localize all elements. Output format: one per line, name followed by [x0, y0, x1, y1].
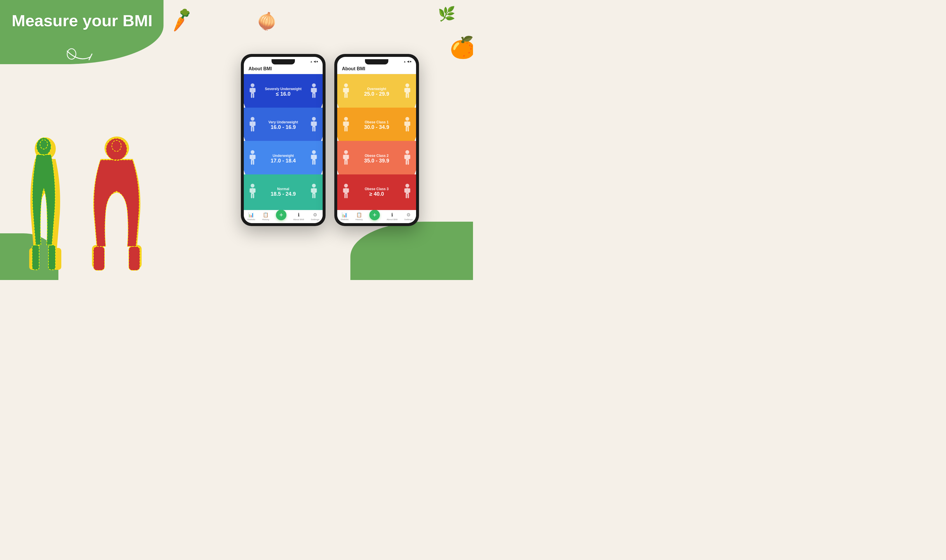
nav-item-about-bmi[interactable]: ℹ About BMI: [387, 212, 397, 221]
phone2-card-range-overweight: 25.0 - 29.9: [364, 91, 389, 97]
svg-rect-20: [129, 246, 140, 270]
right-section: 🥕 🧅 🌿 🍊 10:1 ▲◀■ About BMI: [187, 0, 473, 280]
svg-rect-84: [407, 93, 409, 98]
phone1-bmi-list: Severely Underweight ≤ 16.0 Very Underwe…: [244, 74, 323, 210]
nav-icon-4: ⚙: [313, 212, 317, 218]
phone1-card-content-severely-underweight: Severely Underweight ≤ 16.0: [257, 87, 310, 97]
phone2-card-range-obese1: 30.0 - 34.9: [364, 124, 389, 130]
nav-icon-3: ℹ: [298, 212, 299, 218]
red-heavy-front: [91, 134, 142, 274]
svg-rect-83: [406, 93, 407, 98]
svg-rect-8: [48, 245, 56, 270]
svg-rect-96: [407, 126, 409, 132]
svg-rect-71: [312, 193, 313, 198]
phone2-card-label-overweight: Overweight: [367, 87, 386, 91]
svg-rect-82: [409, 88, 410, 92]
nav-label-0: Statistic: [340, 218, 349, 221]
svg-rect-101: [344, 160, 346, 165]
phone2-card-label-obese2: Obese Class 2: [365, 154, 389, 158]
content-wrapper: Measure your BMI: [0, 0, 473, 280]
svg-rect-119: [406, 193, 407, 198]
svg-rect-34: [315, 88, 317, 92]
nav-item-statistic[interactable]: 📊 Statistic: [340, 212, 349, 221]
svg-rect-78: [346, 93, 348, 98]
svg-rect-30: [253, 93, 254, 98]
phone2-card-content-obese1: Obese Class 1 30.0 - 34.9: [350, 120, 403, 130]
phone2-header: About BMI: [337, 65, 416, 74]
nav-label-1: History: [355, 218, 363, 221]
phone1-card-content-underweight: Underweight 17.0 - 18.4: [257, 154, 310, 164]
nav-label-3: About BMI: [293, 218, 304, 221]
svg-rect-90: [346, 126, 348, 132]
svg-point-31: [312, 83, 316, 87]
svg-rect-88: [347, 122, 349, 126]
nav-add-icon[interactable]: +: [276, 210, 286, 220]
phone2-bmi-list: Overweight 25.0 - 29.9 Obese Class 1 30.…: [337, 74, 416, 210]
nav-add-button[interactable]: +: [369, 212, 380, 220]
nav-item-statistic[interactable]: 📊 Statistic: [247, 212, 255, 221]
nav-item-settings[interactable]: ⚙ Settings: [404, 212, 413, 221]
svg-rect-77: [344, 93, 346, 98]
nav-add-button[interactable]: +: [276, 212, 286, 220]
svg-rect-29: [251, 93, 252, 98]
phone1-card-very-underweight: Very Underweight 16.0 - 16.9: [244, 108, 323, 143]
svg-rect-112: [347, 188, 349, 192]
phone2-card-content-overweight: Overweight 25.0 - 29.9: [350, 87, 403, 97]
svg-rect-107: [406, 160, 407, 165]
svg-rect-118: [409, 188, 410, 192]
svg-rect-59: [312, 160, 313, 165]
phone1-header: About BMI: [244, 65, 323, 74]
phone2-card-range-obese3: ≥ 40.0: [369, 191, 384, 197]
svg-point-67: [312, 184, 316, 188]
svg-rect-94: [409, 122, 410, 126]
svg-point-61: [251, 184, 255, 188]
phone1-card-underweight: Underweight 17.0 - 18.4: [244, 141, 323, 177]
svg-rect-45: [311, 122, 313, 126]
phone2-nav: 📊 Statistic 📋 History + ℹ About BMI ⚙ Se…: [337, 210, 416, 223]
nav-item-history[interactable]: 📋 History: [355, 212, 363, 221]
phone2-card-content-obese3: Obese Class 3 ≥ 40.0: [350, 187, 403, 197]
phone1-card-range-severely-underweight: ≤ 16.0: [276, 91, 290, 97]
nav-icon-3: ℹ: [391, 212, 393, 218]
nav-item-history[interactable]: 📋 History: [262, 212, 269, 221]
svg-rect-72: [314, 193, 316, 198]
svg-rect-7: [32, 245, 39, 270]
svg-point-55: [312, 150, 316, 154]
svg-rect-106: [409, 155, 410, 159]
phone2-title: About BMI: [342, 66, 365, 71]
svg-rect-100: [347, 155, 349, 159]
svg-point-73: [344, 83, 348, 87]
svg-rect-40: [254, 122, 256, 126]
svg-rect-52: [254, 155, 256, 159]
svg-rect-46: [315, 122, 317, 126]
nav-label-0: Statistic: [247, 218, 255, 221]
svg-point-49: [251, 150, 255, 154]
svg-rect-69: [311, 188, 313, 192]
svg-rect-81: [404, 88, 406, 92]
nav-item-settings[interactable]: ⚙ Settings: [311, 212, 319, 221]
svg-rect-105: [404, 155, 406, 159]
svg-point-0: [67, 49, 76, 59]
nav-add-icon[interactable]: +: [369, 210, 380, 220]
nav-label-4: Settings: [311, 218, 319, 221]
phone2-card-obese1: Obese Class 1 30.0 - 34.9: [337, 108, 416, 143]
nav-icon-0: 📊: [248, 212, 254, 218]
svg-rect-33: [311, 88, 313, 92]
svg-rect-95: [406, 126, 407, 132]
nav-item-about-bmi[interactable]: ℹ About BMI: [293, 212, 304, 221]
arrow-decoration: [64, 45, 99, 69]
svg-point-103: [406, 150, 409, 154]
phone1-card-range-underweight: 17.0 - 18.4: [271, 158, 296, 164]
svg-rect-53: [251, 160, 252, 165]
phone1-card-severely-underweight: Severely Underweight ≤ 16.0: [244, 74, 323, 110]
phone1-card-label-severely-underweight: Severely Underweight: [265, 87, 301, 91]
svg-rect-70: [315, 188, 317, 192]
phone1-title: About BMI: [248, 66, 272, 71]
phone2-screen: 10:1 ▲◀■ About BMI Overweight 25.0 - 29.…: [337, 57, 416, 223]
nav-icon-1: 📋: [263, 212, 269, 218]
phone1: 10:1 ▲◀■ About BMI Severely Underweight …: [241, 54, 326, 226]
svg-rect-76: [347, 88, 349, 92]
svg-rect-89: [344, 126, 346, 132]
svg-rect-63: [250, 188, 252, 192]
svg-rect-66: [253, 193, 254, 198]
